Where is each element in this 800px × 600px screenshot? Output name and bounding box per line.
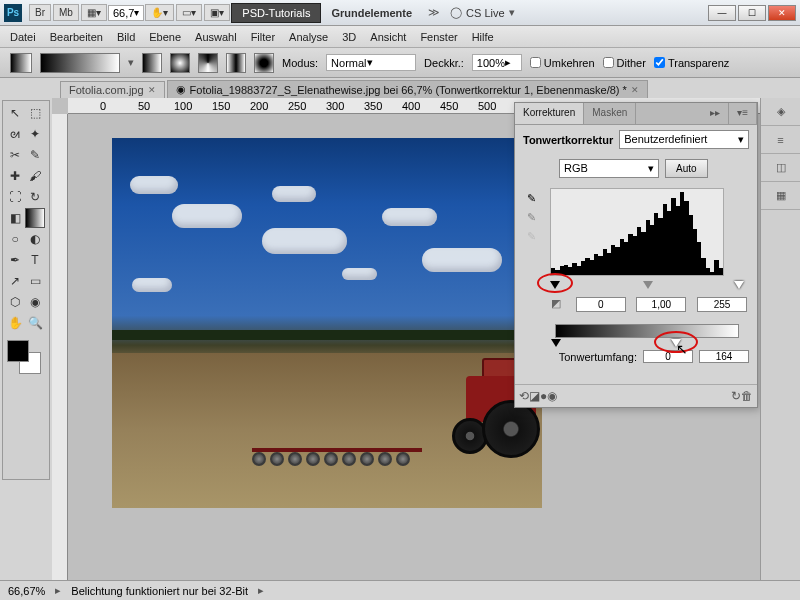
brush-tool[interactable]: 🖌 bbox=[25, 166, 45, 186]
histogram bbox=[550, 188, 724, 276]
hand-button[interactable]: ✋▾ bbox=[145, 4, 174, 21]
eyedropper-tool[interactable]: ✎ bbox=[25, 145, 45, 165]
input-slider[interactable] bbox=[555, 283, 739, 293]
layers-icon[interactable]: ◈ bbox=[761, 98, 800, 126]
menu-datei[interactable]: Datei bbox=[10, 31, 36, 43]
tab-close-icon[interactable]: ✕ bbox=[148, 85, 156, 95]
eraser-tool[interactable]: ◧ bbox=[5, 208, 25, 228]
canvas-image[interactable] bbox=[112, 138, 542, 508]
zoom-tool[interactable]: 🔍 bbox=[25, 313, 45, 333]
history-brush-tool[interactable]: ↻ bbox=[25, 187, 45, 207]
toolbox: ↖⬚ ᘛ✦ ✂✎ ✚🖌 ⛶↻ ◧ ○◐ ✒T ↗▭ ⬡◉ ✋🔍 bbox=[2, 100, 50, 480]
input-gamma[interactable] bbox=[636, 297, 686, 312]
tab-fotolia[interactable]: Fotolia.com.jpg✕ bbox=[60, 81, 165, 98]
output-black[interactable] bbox=[643, 350, 693, 363]
blur-tool[interactable]: ○ bbox=[5, 229, 25, 249]
menu-hilfe[interactable]: Hilfe bbox=[472, 31, 494, 43]
modus-select[interactable]: Normal▾ bbox=[326, 54, 416, 71]
lasso-tool[interactable]: ᘛ bbox=[5, 124, 25, 144]
umkehren-checkbox[interactable]: Umkehren bbox=[530, 57, 595, 69]
reflected-gradient-icon[interactable] bbox=[226, 53, 246, 73]
gray-eyedropper-icon[interactable]: ✎ bbox=[527, 211, 536, 224]
type-tool[interactable]: T bbox=[25, 250, 45, 270]
menu-ebene[interactable]: Ebene bbox=[149, 31, 181, 43]
close-button[interactable]: ✕ bbox=[768, 5, 796, 21]
delete-icon[interactable]: 🗑 bbox=[741, 389, 753, 403]
bridge-button[interactable]: Br bbox=[29, 4, 51, 21]
status-bar: 66,67% ▸ Belichtung funktioniert nur bei… bbox=[0, 580, 800, 600]
move-tool[interactable]: ↖ bbox=[5, 103, 25, 123]
zoom-dropdown[interactable]: 66,7 ▾ bbox=[108, 5, 144, 21]
return-icon[interactable]: ⟲ bbox=[519, 389, 529, 403]
workspace-grundelemente[interactable]: Grundelemente bbox=[321, 4, 422, 22]
minibridge-button[interactable]: Mb bbox=[53, 4, 79, 21]
view-previous-icon[interactable]: ◉ bbox=[547, 389, 557, 403]
input-black[interactable] bbox=[576, 297, 626, 312]
menu-filter[interactable]: Filter bbox=[251, 31, 275, 43]
pen-tool[interactable]: ✒ bbox=[5, 250, 25, 270]
dither-checkbox[interactable]: Dither bbox=[603, 57, 646, 69]
menu-bearbeiten[interactable]: Bearbeiten bbox=[50, 31, 103, 43]
paths-icon[interactable]: ◫ bbox=[761, 154, 800, 182]
more-workspaces-icon[interactable]: ≫ bbox=[422, 6, 446, 19]
menu-auswahl[interactable]: Auswahl bbox=[195, 31, 237, 43]
diamond-gradient-icon[interactable] bbox=[254, 53, 274, 73]
dodge-tool[interactable]: ◐ bbox=[25, 229, 45, 249]
workspace-psd-tutorials[interactable]: PSD-Tutorials bbox=[231, 3, 321, 23]
minimize-button[interactable]: — bbox=[708, 5, 736, 21]
tab-fotolia-active[interactable]: ◉Fotolia_19883727_S_Elenathewise.jpg bei… bbox=[167, 80, 648, 98]
tab-close-icon[interactable]: ✕ bbox=[631, 85, 639, 95]
menu-bild[interactable]: Bild bbox=[117, 31, 135, 43]
white-eyedropper-icon[interactable]: ✎ bbox=[527, 230, 536, 243]
linear-gradient-icon[interactable] bbox=[142, 53, 162, 73]
marquee-tool[interactable]: ⬚ bbox=[25, 103, 45, 123]
wand-tool[interactable]: ✦ bbox=[25, 124, 45, 144]
menu-ansicht[interactable]: Ansicht bbox=[370, 31, 406, 43]
screenmode-button[interactable]: ▣▾ bbox=[204, 4, 230, 21]
modus-label: Modus: bbox=[282, 57, 318, 69]
angle-gradient-icon[interactable] bbox=[198, 53, 218, 73]
path-tool[interactable]: ↗ bbox=[5, 271, 25, 291]
output-slider[interactable]: ↖ bbox=[555, 324, 739, 338]
maximize-button[interactable]: ☐ bbox=[738, 5, 766, 21]
status-zoom[interactable]: 66,67% bbox=[8, 585, 45, 597]
panel-menu-icon[interactable]: ▾≡ bbox=[729, 103, 757, 124]
heal-tool[interactable]: ✚ bbox=[5, 166, 25, 186]
output-white[interactable] bbox=[699, 350, 749, 363]
3d-tool[interactable]: ⬡ bbox=[5, 292, 25, 312]
visibility-icon[interactable]: ● bbox=[540, 389, 547, 403]
arrange-button[interactable]: ▭▾ bbox=[176, 4, 202, 21]
deckkraft-input[interactable]: 100%▸ bbox=[472, 54, 522, 71]
shape-tool[interactable]: ▭ bbox=[25, 271, 45, 291]
auto-button[interactable]: Auto bbox=[665, 159, 708, 178]
swatches-icon[interactable]: ▦ bbox=[761, 182, 800, 210]
reset-icon[interactable]: ↻ bbox=[731, 389, 741, 403]
gradient-tool[interactable] bbox=[25, 208, 45, 228]
panel-collapse-icon[interactable]: ▸▸ bbox=[702, 103, 729, 124]
preset-select[interactable]: Benutzerdefiniert▾ bbox=[619, 130, 749, 149]
tab-korrekturen[interactable]: Korrekturen bbox=[515, 103, 584, 124]
cslive-button[interactable]: CS Live bbox=[462, 7, 509, 19]
menu-analyse[interactable]: Analyse bbox=[289, 31, 328, 43]
black-eyedropper-icon[interactable]: ✎ bbox=[527, 192, 536, 205]
3d-camera-tool[interactable]: ◉ bbox=[25, 292, 45, 312]
radial-gradient-icon[interactable] bbox=[170, 53, 190, 73]
channel-select[interactable]: RGB▾ bbox=[559, 159, 659, 178]
new-adjust-icon[interactable]: ◪ bbox=[529, 389, 540, 403]
crop-tool[interactable]: ✂ bbox=[5, 145, 25, 165]
menu-fenster[interactable]: Fenster bbox=[420, 31, 457, 43]
hand-tool[interactable]: ✋ bbox=[5, 313, 25, 333]
transparenz-checkbox[interactable]: Transparenz bbox=[654, 57, 729, 69]
gradient-tool-icon bbox=[10, 53, 32, 73]
gradient-preset[interactable] bbox=[40, 53, 120, 73]
stamp-tool[interactable]: ⛶ bbox=[5, 187, 25, 207]
input-white[interactable] bbox=[697, 297, 747, 312]
color-swatches[interactable] bbox=[5, 340, 45, 380]
channels-icon[interactable]: ≡ bbox=[761, 126, 800, 154]
clip-icon[interactable]: ◩ bbox=[551, 297, 561, 312]
status-message: Belichtung funktioniert nur bei 32-Bit bbox=[71, 585, 248, 597]
output-range-label: Tonwertumfang: bbox=[559, 351, 637, 363]
view-extras-button[interactable]: ▦▾ bbox=[81, 4, 107, 21]
tab-masken[interactable]: Masken bbox=[584, 103, 636, 124]
menu-3d[interactable]: 3D bbox=[342, 31, 356, 43]
